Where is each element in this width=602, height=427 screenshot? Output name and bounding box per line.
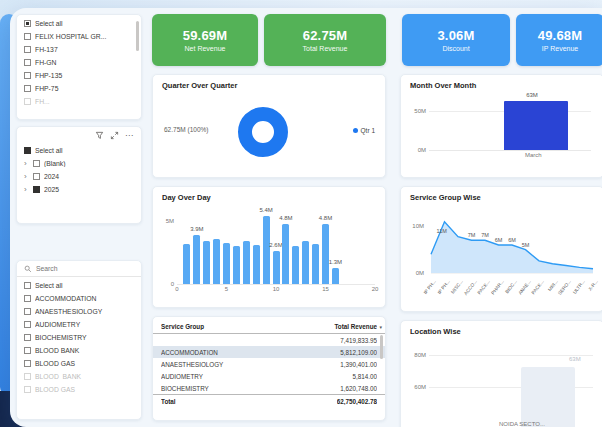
slicer-checkbox[interactable] (24, 295, 31, 302)
slicer-checkbox[interactable] (24, 386, 31, 393)
filter-icon[interactable] (95, 131, 104, 140)
slicer-checkbox[interactable] (24, 373, 31, 380)
y-axis-label: 0M (407, 270, 424, 276)
expand-chevron-icon[interactable]: › (24, 186, 29, 194)
slicer-checkbox[interactable] (33, 160, 40, 167)
bar[interactable] (302, 241, 309, 284)
kpi-label: Net Revenue (185, 45, 226, 52)
bar[interactable] (243, 241, 250, 284)
table-row[interactable]: ACCOMMODATION5,812,109.00 (153, 346, 385, 358)
month-over-month-card: Month Over Month 50M0M63MMarch (400, 74, 602, 178)
svg-text:7M: 7M (481, 232, 489, 238)
slicer-item[interactable]: FELIX HOSPITAL GR... (17, 30, 141, 43)
svg-text:6M: 6M (508, 237, 516, 243)
search-input[interactable] (36, 265, 126, 272)
slicer-checkbox[interactable] (24, 46, 31, 53)
bar[interactable] (504, 101, 569, 150)
slicer-item[interactable]: FHP-75 (17, 82, 141, 95)
slicer-item-label: BLOOD_BANK (35, 373, 134, 380)
slicer-item[interactable]: FH-137 (17, 43, 141, 56)
bar[interactable] (253, 245, 260, 284)
bar[interactable] (263, 216, 270, 284)
y-axis-label: 60M (407, 384, 426, 390)
slicer-item[interactable]: BLOOD GAS (17, 383, 141, 396)
slicer-checkbox[interactable] (24, 20, 31, 27)
kpi-card-discount[interactable]: 3.06MDiscount (402, 14, 510, 66)
bar[interactable] (233, 246, 240, 284)
slicer-checkbox[interactable] (24, 98, 31, 105)
slicer-item[interactable]: BLOOD_BANK (17, 370, 141, 383)
donut-chart[interactable] (238, 107, 288, 157)
area-chart[interactable]: 11M7M7M6M6M5M (427, 211, 597, 277)
slicer-checkbox[interactable] (24, 72, 31, 79)
bar[interactable] (203, 241, 210, 284)
slicer-item[interactable]: Select all (17, 279, 141, 292)
bar[interactable] (312, 244, 319, 284)
slicer-item[interactable]: ANAESTHESIOLOGY (17, 305, 141, 318)
slicer-item[interactable]: BLOOD GAS (17, 357, 141, 370)
slicer-checkbox[interactable] (24, 308, 31, 315)
column-header-total-revenue[interactable]: Total Revenue (334, 323, 377, 330)
table-row[interactable]: 7,419,833.95 (153, 334, 385, 346)
column-sort-icon[interactable]: ▾ (379, 324, 382, 330)
slicer-checkbox[interactable] (24, 85, 31, 92)
slicer-checkbox[interactable] (24, 147, 31, 154)
scrollbar-thumb[interactable] (380, 335, 383, 359)
slicer-item-label: FH-137 (35, 46, 134, 53)
slicer-item[interactable]: FHP-135 (17, 69, 141, 82)
slicer-item[interactable]: ACCOMMODATION (17, 292, 141, 305)
slicer-item[interactable]: Select all (17, 17, 141, 30)
slicer-checkbox[interactable] (33, 173, 40, 180)
expand-chevron-icon[interactable]: › (24, 160, 29, 168)
more-options-icon[interactable]: ⋯ (125, 132, 133, 140)
slicer-item[interactable]: BLOOD BANK (17, 344, 141, 357)
legend-item[interactable]: Qtr 1 (353, 127, 375, 134)
kpi-card-ip-revenue[interactable]: 49.68MIP Revenue (516, 14, 602, 66)
slicer-checkbox[interactable] (24, 347, 31, 354)
slicer-item[interactable]: ›(Blank) (17, 157, 141, 170)
slicer-item[interactable]: FH... (17, 95, 141, 108)
slicer-item[interactable]: ›2024 (17, 170, 141, 183)
slicer-checkbox[interactable] (24, 33, 31, 40)
kpi-label: Total Revenue (303, 45, 348, 52)
bar[interactable] (223, 243, 230, 284)
bar-value-label: 1.3M (325, 259, 345, 265)
table-row[interactable]: ANAESTHESIOLOGY1,390,401.00 (153, 358, 385, 370)
card-title: Quarter Over Quarter (162, 81, 237, 90)
y-axis-label: 80M (407, 352, 426, 358)
service-group-table-card: Service GroupTotal Revenue7,419,833.95AC… (152, 316, 386, 421)
bar[interactable] (322, 224, 329, 284)
total-value: 62,750,402.78 (337, 398, 377, 405)
slicer-item[interactable]: FH-GN (17, 56, 141, 69)
slicer-item-label: Select all (35, 147, 134, 154)
kpi-card-net-revenue[interactable]: 59.69MNet Revenue (152, 14, 258, 66)
slicer-item[interactable]: ›2025 (17, 183, 141, 196)
scrollbar-thumb[interactable] (136, 21, 139, 51)
bar[interactable] (193, 235, 200, 284)
slicer-item[interactable]: AUDIOMETRY (17, 318, 141, 331)
bar[interactable] (521, 367, 575, 427)
column-header-service-group[interactable]: Service Group (161, 323, 328, 330)
table-row[interactable]: BIOCHEMISTRY1,620,748.00 (153, 382, 385, 394)
slicer-checkbox[interactable] (24, 360, 31, 367)
slicer-checkbox[interactable] (24, 282, 31, 289)
bar[interactable] (273, 251, 280, 284)
focus-mode-icon[interactable] (110, 131, 119, 140)
bar[interactable] (332, 268, 339, 284)
table-row[interactable]: AUDIOMETRY5,814.00 (153, 370, 385, 382)
bar[interactable] (213, 239, 220, 284)
expand-chevron-icon[interactable]: › (24, 173, 29, 181)
slicer-checkbox[interactable] (24, 334, 31, 341)
kpi-card-total-revenue[interactable]: 62.75MTotal Revenue (264, 14, 386, 66)
slicer-item-label: ACCOMMODATION (35, 295, 134, 302)
slicer-item[interactable]: Select all (17, 144, 141, 157)
year-slicer-list: Select all›(Blank)›2024›2025 (17, 142, 141, 198)
slicer-checkbox[interactable] (24, 59, 31, 66)
bar[interactable] (292, 246, 299, 284)
slicer-item-label: Select all (35, 282, 134, 289)
bar[interactable] (183, 244, 190, 284)
slicer-checkbox[interactable] (24, 321, 31, 328)
slicer-checkbox[interactable] (33, 186, 40, 193)
bar[interactable] (282, 224, 289, 284)
slicer-item[interactable]: BIOCHEMISTRY (17, 331, 141, 344)
